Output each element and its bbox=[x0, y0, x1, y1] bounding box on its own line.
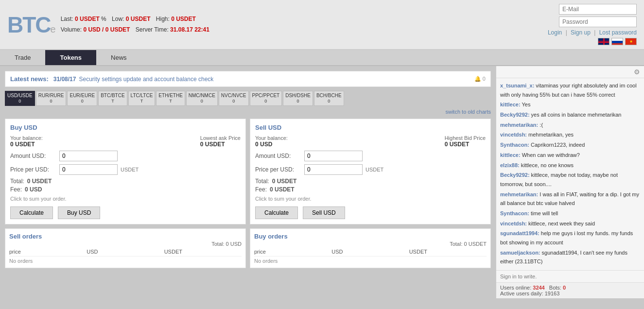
last-val: 0 USDET bbox=[75, 16, 100, 22]
sell-total-label: Total: bbox=[255, 178, 269, 185]
chat-user: mehmetarikan: bbox=[500, 191, 538, 197]
chat-text: kittlece, no one knows bbox=[520, 162, 574, 168]
chat-user: Synthacon: bbox=[500, 142, 529, 148]
currency-tab-2[interactable]: EUR/EURE0 bbox=[67, 91, 97, 106]
chat-user: sgunadatt1994: bbox=[500, 230, 540, 236]
flags: ★ bbox=[598, 38, 637, 45]
chat-messages: x_tsunami_x: vitaminas your right absolu… bbox=[496, 78, 644, 270]
volume-label: Volume: bbox=[61, 26, 82, 33]
buy-col-usdet: USDET bbox=[409, 249, 487, 255]
buy-action-btn[interactable]: Buy USD bbox=[58, 206, 100, 219]
nav-item-trade[interactable]: Trade bbox=[0, 50, 45, 65]
chat-header: ⚙ bbox=[496, 66, 644, 78]
buy-orders-total: Total: 0 USDET bbox=[254, 241, 487, 247]
chat-message-9: mehmetarikan: I was all in FIAT, waiting… bbox=[500, 190, 640, 208]
nav: Trade Tokens News bbox=[0, 50, 644, 66]
users-online-val: 3244 bbox=[533, 285, 544, 291]
currency-tab-10[interactable]: BCH/BCHE0 bbox=[314, 91, 344, 106]
right-panel: ⚙ x_tsunami_x: vitaminas your right abso… bbox=[496, 66, 644, 298]
left-panel: Latest news: 31/08/17 Security settings … bbox=[0, 66, 496, 298]
logo: BTCe bbox=[7, 14, 55, 36]
buy-price-unit: USDET bbox=[121, 167, 139, 172]
gear-icon[interactable]: ⚙ bbox=[634, 68, 640, 76]
email-input[interactable] bbox=[559, 4, 637, 15]
chat-user: kittlece: bbox=[500, 152, 521, 158]
sell-panel: Sell USD Your balance: 0 USD Highest Bid… bbox=[250, 119, 491, 224]
low-val: 0 USDET bbox=[126, 16, 151, 22]
trading-row: Buy USD Your balance: 0 USDET Lowest ask… bbox=[5, 119, 491, 224]
low-label: Low: bbox=[112, 16, 124, 22]
chat-message-5: Synthacon: Caprikorn1223, indeed bbox=[500, 140, 640, 150]
buy-orders-panel: Buy orders Total: 0 USDET price USD USDE… bbox=[250, 228, 491, 268]
chat-user: kittlece: bbox=[500, 102, 521, 107]
news-text: Security settings update and account bal… bbox=[79, 76, 213, 83]
chat-message-1: kittlece: Yes bbox=[500, 100, 640, 109]
sep1: | bbox=[566, 29, 567, 36]
chat-text: yes all coins in balance mehmetarikan bbox=[530, 112, 622, 118]
buy-panel: Buy USD Your balance: 0 USDET Lowest ask… bbox=[5, 119, 246, 224]
chat-user: mehmetarikan: bbox=[500, 122, 538, 128]
sell-balance-val: 0 USD bbox=[255, 141, 288, 148]
buy-calc-btn[interactable]: Calculate bbox=[10, 206, 53, 219]
buy-price-label: Lowest ask Price bbox=[200, 135, 241, 141]
signup-link[interactable]: Sign up bbox=[571, 29, 591, 36]
news-bell: 🔔 0 bbox=[474, 76, 486, 82]
chat-text: When can we withdraw? bbox=[521, 152, 580, 158]
currency-tab-3[interactable]: BTC/BTCET bbox=[98, 91, 127, 106]
currency-tab-4[interactable]: LTC/LTCET bbox=[128, 91, 156, 106]
currency-tab-7[interactable]: NVC/NVCE0 bbox=[219, 91, 249, 106]
sell-fee-label: Fee: bbox=[255, 186, 267, 193]
chat-message-10: Synthacon: time will tell bbox=[500, 209, 640, 218]
password-input[interactable] bbox=[559, 17, 637, 27]
chat-message-6: kittlece: When can we withdraw? bbox=[500, 151, 640, 160]
news-date: 31/08/17 bbox=[53, 76, 76, 83]
chat-text: Caprikorn1223, indeed bbox=[529, 142, 585, 148]
nav-item-news[interactable]: News bbox=[96, 50, 141, 65]
bots-label: Bots: bbox=[549, 285, 561, 291]
chat-message-4: vincetdsh: mehmetarikan, yes bbox=[500, 130, 640, 139]
header-logo-area: BTCe Last: 0 USDET % Low: 0 USDET High: … bbox=[7, 14, 209, 36]
nav-item-tokens[interactable]: Tokens bbox=[45, 50, 96, 65]
currency-tab-8[interactable]: PPC/PPCET0 bbox=[250, 91, 282, 106]
sell-total-val: 0 USDET bbox=[272, 178, 297, 185]
sell-price-unit: USDET bbox=[366, 167, 383, 172]
sell-calc-btn[interactable]: Calculate bbox=[255, 206, 298, 219]
sell-balance-label: Your balance: bbox=[255, 135, 288, 141]
switch-link[interactable]: switch to old charts bbox=[5, 109, 491, 115]
chat-message-3: mehmetarikan: :( bbox=[500, 120, 640, 130]
buy-total-val: 0 USDET bbox=[27, 178, 52, 185]
lost-password-link[interactable]: Lost password bbox=[599, 29, 637, 36]
flag-uk[interactable] bbox=[598, 38, 609, 45]
buy-click-hint: Click to sum your order. bbox=[10, 196, 241, 202]
flag-cn[interactable]: ★ bbox=[625, 38, 637, 45]
currency-tab-6[interactable]: NMC/NMCE0 bbox=[186, 91, 218, 106]
buy-price-per-input[interactable] bbox=[59, 164, 118, 175]
buy-balance-label: Your balance: bbox=[10, 135, 43, 141]
currency-tab-0[interactable]: USD/USDE0 bbox=[5, 91, 35, 106]
sell-price-per-input[interactable] bbox=[304, 164, 363, 175]
buy-amount-input[interactable] bbox=[59, 151, 118, 161]
chat-user: samueljackson: bbox=[500, 250, 540, 256]
chat-message-2: Becky9292: yes all coins in balance mehm… bbox=[500, 110, 640, 120]
sell-orders-title: Sell orders bbox=[9, 233, 242, 240]
buy-panel-title: Buy USD bbox=[10, 124, 241, 131]
sell-action-btn[interactable]: Sell USD bbox=[303, 206, 345, 219]
flag-ru[interactable] bbox=[611, 38, 623, 45]
buy-col-usd: USD bbox=[331, 249, 409, 255]
chat-user: x_tsunami_x: bbox=[500, 83, 534, 88]
currency-tabs: USD/USDE0RUR/RURE0EUR/EURE0BTC/BTCETLTC/… bbox=[5, 91, 491, 106]
chat-user: Becky9292: bbox=[500, 172, 530, 178]
currency-tab-1[interactable]: RUR/RURE0 bbox=[36, 91, 67, 106]
currency-tab-5[interactable]: ETH/ETHET bbox=[156, 91, 185, 106]
high-label: High: bbox=[156, 16, 170, 22]
header: BTCe Last: 0 USDET % Low: 0 USDET High: … bbox=[0, 0, 644, 50]
sell-amount-input[interactable] bbox=[304, 151, 363, 161]
volume-val: 0 USD / 0 USDET bbox=[83, 26, 130, 33]
chat-user: elzix88: bbox=[500, 162, 520, 168]
chat-message-0: x_tsunami_x: vitaminas your right absolu… bbox=[500, 81, 640, 99]
chat-footer: Sign in to write. bbox=[496, 270, 644, 282]
sell-orders-total: Total: 0 USD bbox=[9, 241, 242, 247]
login-link[interactable]: Login bbox=[548, 29, 562, 36]
currency-tab-9[interactable]: DSH/DSHE0 bbox=[283, 91, 313, 106]
chat-stats: Users online: 3244 Bots: 0 Active users … bbox=[496, 282, 644, 298]
